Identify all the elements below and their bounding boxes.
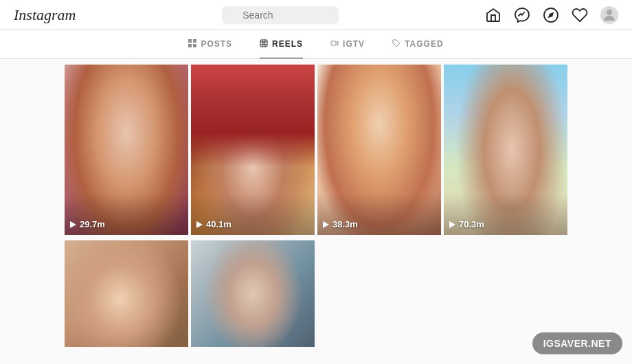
tabs: POSTS REELS IGTV [0,30,632,59]
messenger-icon[interactable] [514,7,530,23]
reel-item-4[interactable]: 70.3m [444,65,567,235]
tab-posts[interactable]: POSTS [188,38,232,58]
reel-views-3: 38.3m [323,219,358,229]
reel-item-3[interactable]: 38.3m [317,65,441,235]
svg-rect-5 [188,44,192,47]
reel-views-4: 70.3m [449,219,484,229]
svg-rect-3 [188,39,192,43]
tag-icon [392,38,400,49]
svg-rect-7 [260,40,267,47]
reel-item-2[interactable]: 40.1m [191,65,315,235]
svg-point-2 [607,10,612,15]
reel-placeholder-2 [444,240,567,347]
reel-item-5[interactable] [65,240,188,347]
play-icon-1 [70,221,76,228]
reel-views-2: 40.1m [196,219,232,229]
tab-tagged[interactable]: TAGGED [392,38,443,58]
profile-icon[interactable] [600,6,618,24]
tab-igtv[interactable]: IGTV [330,38,365,58]
play-icon-2 [196,221,203,228]
igtv-icon [330,38,339,49]
tab-reels-label: REELS [272,39,303,49]
reel-item-1[interactable]: 29.7m [65,65,188,235]
svg-rect-6 [193,44,196,47]
tab-igtv-label: IGTV [343,39,365,49]
header: Instagram 🔍 [0,0,632,30]
notifications-icon[interactable] [572,7,588,23]
tab-reels[interactable]: REELS [260,38,303,58]
reel-item-6[interactable] [191,240,315,347]
tab-posts-label: POSTS [201,39,232,49]
home-icon[interactable] [485,7,501,23]
logo: Instagram [14,6,76,24]
search-input[interactable] [222,6,339,24]
grid-icon [188,38,196,49]
svg-marker-1 [548,12,554,17]
svg-rect-15 [331,41,336,45]
nav-icons [485,6,618,24]
reels-icon [260,38,268,49]
tab-tagged-label: TAGGED [405,39,443,49]
explore-icon[interactable] [543,7,559,23]
reel-placeholder-1 [317,240,441,347]
reels-grid-row1: 29.7m 40.1m 38.3m 70.3m [0,62,632,238]
play-icon-4 [449,221,455,228]
svg-rect-4 [193,39,196,43]
reel-views-1: 29.7m [70,219,105,229]
watermark: IGSAVER.NET [532,332,622,354]
svg-point-8 [263,43,265,45]
reels-grid-row2 [0,240,632,347]
search-wrap: 🔍 [222,6,339,24]
play-icon-3 [323,221,329,228]
